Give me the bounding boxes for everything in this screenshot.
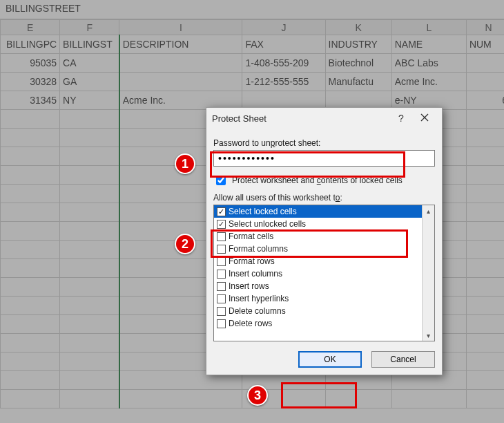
permission-label: Format columns [229,244,288,254]
cell[interactable]: 95035 [1,54,60,73]
dialog-titlebar[interactable]: Protect Sheet ? [206,108,442,129]
checkbox-icon[interactable] [217,294,226,303]
col-header[interactable]: J [242,20,325,35]
callout-3: 3 [247,385,268,406]
cell[interactable]: 31345 [1,91,60,110]
column-header-row: E F I J K L N [1,20,505,35]
permission-option[interactable]: Insert hyperlinks [214,292,422,305]
checkbox-icon[interactable]: ✓ [217,207,226,216]
cell[interactable]: 1-408-555-209 [242,54,325,73]
permission-label: Select locked cells [229,207,297,216]
ok-button[interactable]: OK [298,351,362,368]
checkbox-icon[interactable] [217,257,226,266]
permission-label: Insert hyperlinks [229,294,289,303]
table-row: 30328 GA 1-212-555-555 Manufactu Acme In… [1,73,505,91]
callout-2: 2 [175,234,195,254]
cell[interactable]: Manufactu [325,73,391,91]
cell[interactable]: FAX [242,35,325,54]
protect-sheet-dialog: Protect Sheet ? Password to unprotect sh… [206,107,443,375]
scroll-up-icon[interactable]: ▴ [423,205,434,216]
cell[interactable]: 6 [466,91,504,110]
permission-label: Insert columns [229,269,282,279]
allow-label: Allow all users of this worksheet to: [213,193,435,203]
checkbox-icon[interactable]: ✓ [217,220,226,229]
cell[interactable]: NUM [466,35,504,54]
cell[interactable]: Biotechnol [325,54,391,73]
cell[interactable] [466,73,504,91]
cell[interactable] [119,73,242,91]
permission-option[interactable]: Format cells [214,230,422,243]
permission-label: Delete rows [229,319,272,328]
permissions-listbox[interactable]: ✓Select locked cells✓Select unlocked cel… [213,205,435,341]
permission-option[interactable]: ✓Select locked cells [214,205,422,218]
protect-contents-checkbox[interactable] [216,176,226,185]
checkbox-icon[interactable] [217,282,226,291]
checkbox-icon[interactable] [217,319,226,328]
col-header[interactable]: I [119,20,242,35]
cancel-button[interactable]: Cancel [371,351,435,368]
dialog-title: Protect Sheet [212,113,389,124]
cell[interactable] [466,54,504,73]
checkbox-icon[interactable] [217,232,226,241]
cell[interactable]: DESCRIPTION [119,35,242,54]
cell[interactable]: NAME [391,35,466,54]
scrollbar[interactable]: ▴ ▾ [422,205,434,341]
checkbox-icon[interactable] [217,307,226,316]
header-data-row: BILLINGPC BILLINGST DESCRIPTION FAX INDU… [1,35,505,54]
permission-label: Format cells [229,232,273,241]
checkbox-icon[interactable] [217,270,226,279]
col-header[interactable]: E [1,20,60,35]
col-header[interactable]: L [391,20,466,35]
cell[interactable] [119,54,242,73]
callout-1: 1 [175,153,195,174]
cell[interactable]: Acme Inc. [391,73,466,91]
cell[interactable]: INDUSTRY [325,35,391,54]
cell[interactable]: 1-212-555-555 [242,73,325,91]
col-header[interactable]: K [325,20,391,35]
cell[interactable]: BILLINGST [60,35,119,54]
cell[interactable]: NY [60,91,119,110]
permission-label: Delete columns [229,306,286,316]
checkbox-icon[interactable] [217,245,226,254]
cell[interactable]: ABC Labs [391,54,466,73]
permission-label: Format rows [229,256,275,266]
permission-option[interactable]: Format columns [214,243,422,255]
cell[interactable]: CA [60,54,119,73]
cell[interactable]: 30328 [1,73,60,91]
close-button[interactable] [413,113,436,124]
permission-option[interactable]: Format rows [214,255,422,267]
col-header[interactable]: F [60,20,119,35]
formula-bar[interactable]: BILLINGSTREET [0,0,504,19]
permission-option[interactable]: Delete columns [214,305,422,317]
password-input[interactable] [213,150,435,167]
permission-label: Insert rows [229,281,269,291]
table-row: 95035 CA 1-408-555-209 Biotechnol ABC La… [1,54,505,73]
cell[interactable]: BILLINGPC [1,35,60,54]
permission-option[interactable]: ✓Select unlocked cells [214,218,422,230]
col-header[interactable]: N [466,20,504,35]
scroll-down-icon[interactable]: ▾ [423,330,434,341]
close-icon [420,113,429,122]
help-button[interactable]: ? [389,113,413,124]
permission-option[interactable]: Insert columns [214,267,422,280]
password-label: Password to unprotect sheet: [213,138,435,148]
permission-option[interactable]: Delete rows [214,317,422,330]
protect-contents-label: Protect worksheet and contents of locked… [232,176,403,185]
cell[interactable]: GA [60,73,119,91]
permission-option[interactable]: Insert rows [214,280,422,292]
permission-label: Select unlocked cells [229,219,306,229]
